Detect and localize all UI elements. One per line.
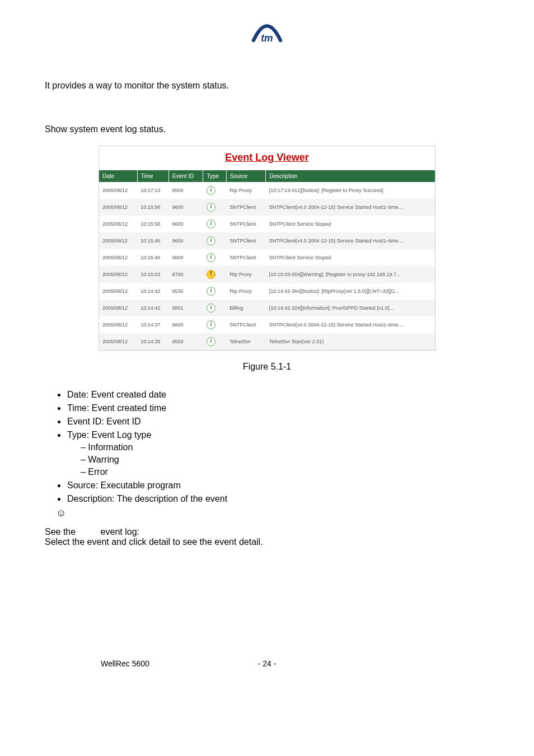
- table-row[interactable]: 2005/08/1210:15:469600iSNTPClientSNTPCli…: [99, 249, 435, 266]
- cell-event-id: 9501: [168, 300, 203, 316]
- table-row[interactable]: 2005/08/1210:14:429530iRtp Proxy[10:14:4…: [99, 283, 435, 300]
- cell-time: 10:15:03: [137, 266, 168, 283]
- event-log-viewer: Event Log Viewer Date Time Event ID Type…: [99, 146, 435, 351]
- cell-source: SNTPClient: [226, 216, 266, 232]
- footer-product: WellRec 5600: [101, 659, 149, 668]
- cell-date: 2005/08/12: [99, 333, 137, 350]
- cell-type: !: [203, 266, 226, 283]
- viewer-title: Event Log Viewer: [99, 146, 435, 170]
- smiley-icon: ☺: [56, 507, 489, 519]
- cell-time: 10:14:42: [137, 283, 168, 300]
- table-row[interactable]: 2005/08/1210:15:038700!Rtp Proxy[10:15:0…: [99, 266, 435, 283]
- table-row[interactable]: 2005/08/1210:15:589600iSNTPClientSNTPCli…: [99, 216, 435, 232]
- cell-type: i: [203, 333, 226, 350]
- footer-page-number: - 24 -: [258, 659, 277, 668]
- cell-type: i: [203, 182, 226, 199]
- cell-description: SNTPClient(v4.0 2004-12-15) Service Star…: [266, 316, 435, 333]
- bullet-event-id: Event ID: Event ID: [67, 416, 489, 427]
- table-row[interactable]: 2005/08/1210:14:379600iSNTPClientSNTPCli…: [99, 316, 435, 333]
- event-table: Date Time Event ID Type Source Descripti…: [99, 170, 435, 350]
- cell-time: 10:15:46: [137, 249, 168, 266]
- see-event-log: See the event log: Select the event and …: [45, 527, 489, 547]
- cell-source: SNTPClient: [226, 249, 266, 266]
- cell-source: SNTPClient: [226, 232, 266, 249]
- cell-description: SNTPClient Service Stoped: [266, 216, 435, 232]
- sub-warring: Warring: [81, 455, 489, 465]
- cell-date: 2005/08/12: [99, 232, 137, 249]
- cell-date: 2005/08/12: [99, 283, 137, 300]
- cell-type: i: [203, 216, 226, 232]
- cell-time: 10:17:13: [137, 182, 168, 199]
- info-icon: i: [207, 320, 216, 329]
- cell-description: SNTPClient Service Stoped: [266, 249, 435, 266]
- svg-text:tm: tm: [261, 32, 273, 44]
- col-source[interactable]: Source: [226, 170, 266, 182]
- cell-event-id: 9500: [168, 182, 203, 199]
- cell-date: 2005/08/12: [99, 216, 137, 232]
- cell-time: 10:14:35: [137, 333, 168, 350]
- cell-event-id: 9600: [168, 249, 203, 266]
- cell-event-id: 9600: [168, 199, 203, 216]
- cell-event-id: 9500: [168, 333, 203, 350]
- cell-date: 2005/08/12: [99, 249, 137, 266]
- cell-date: 2005/08/12: [99, 182, 137, 199]
- warning-icon: !: [207, 270, 216, 279]
- cell-type: i: [203, 199, 226, 216]
- cell-source: Rtp Proxy: [226, 182, 266, 199]
- cell-type: i: [203, 249, 226, 266]
- table-row[interactable]: 2005/08/1210:15:469600iSNTPClientSNTPCli…: [99, 232, 435, 249]
- cell-source: SNTPClient: [226, 316, 266, 333]
- cell-event-id: 8700: [168, 266, 203, 283]
- col-type[interactable]: Type: [203, 170, 226, 182]
- cell-source: SNTPClient: [226, 199, 266, 216]
- cell-date: 2005/08/12: [99, 199, 137, 216]
- col-time[interactable]: Time: [137, 170, 168, 182]
- cell-source: TelnetSvr: [226, 333, 266, 350]
- cell-time: 10:15:58: [137, 216, 168, 232]
- sub-information: Information: [81, 442, 489, 452]
- col-description[interactable]: Description: [266, 170, 435, 182]
- bullet-list: Date: Event created date Time: Event cre…: [45, 389, 489, 504]
- cell-description: TelnetSvr Start(ver 2.01): [266, 333, 435, 350]
- cell-date: 2005/08/12: [99, 266, 137, 283]
- cell-description: [10:14:42-364][Notice]: [RtpProxy(ver 1.…: [266, 283, 435, 300]
- table-row[interactable]: 2005/08/1210:14:429501iBilling[10:14:42-…: [99, 300, 435, 316]
- cell-type: i: [203, 232, 226, 249]
- cell-date: 2005/08/12: [99, 316, 137, 333]
- info-icon: i: [207, 337, 216, 346]
- cell-source: Rtp Proxy: [226, 266, 266, 283]
- logo-area: tm: [45, 22, 489, 47]
- table-row[interactable]: 2005/08/1210:17:139500iRtp Proxy[10:17:1…: [99, 182, 435, 199]
- bullet-date: Date: Event created date: [67, 389, 489, 400]
- figure-caption: Figure 5.1-1: [45, 362, 489, 372]
- cell-type: i: [203, 300, 226, 316]
- table-row[interactable]: 2005/08/1210:15:589600iSNTPClientSNTPCli…: [99, 199, 435, 216]
- bullet-type: Type: Event Log type Information Warring…: [67, 429, 489, 477]
- col-date[interactable]: Date: [99, 170, 137, 182]
- cell-description: SNTPClient(v4.0 2004-12-15) Service Star…: [266, 199, 435, 216]
- cell-time: 10:14:42: [137, 300, 168, 316]
- cell-type: i: [203, 283, 226, 300]
- bullet-source: Source: Executable program: [67, 479, 489, 491]
- cell-event-id: 9600: [168, 316, 203, 333]
- cell-source: Rtp Proxy: [226, 283, 266, 300]
- cell-event-id: 9530: [168, 283, 203, 300]
- col-event-id[interactable]: Event ID: [168, 170, 203, 182]
- intro-text: It provides a way to monitor the system …: [45, 81, 489, 91]
- cell-description: SNTPClient(v4.0 2004-12-15) Service Star…: [266, 232, 435, 249]
- cell-description: [10:17:13-011][Notice]: [Register to Pro…: [266, 182, 435, 199]
- table-row[interactable]: 2005/08/1210:14:359500iTelnetSvrTelnetSv…: [99, 333, 435, 350]
- cell-type: i: [203, 316, 226, 333]
- cell-description: [10:15:03-004][Warning]: [Register to pr…: [266, 266, 435, 283]
- cell-time: 10:15:46: [137, 232, 168, 249]
- logo: tm: [245, 22, 289, 47]
- type-sublist: Information Warring Error: [67, 442, 489, 477]
- bullet-description: Description: The description of the even…: [67, 493, 489, 504]
- bullet-time: Time: Event created time: [67, 402, 489, 413]
- info-icon: i: [207, 304, 216, 312]
- info-icon: i: [207, 220, 216, 228]
- show-status-text: Show system event log status.: [45, 124, 489, 134]
- cell-source: Billing: [226, 300, 266, 316]
- info-icon: i: [207, 186, 216, 195]
- sub-error: Error: [81, 467, 489, 477]
